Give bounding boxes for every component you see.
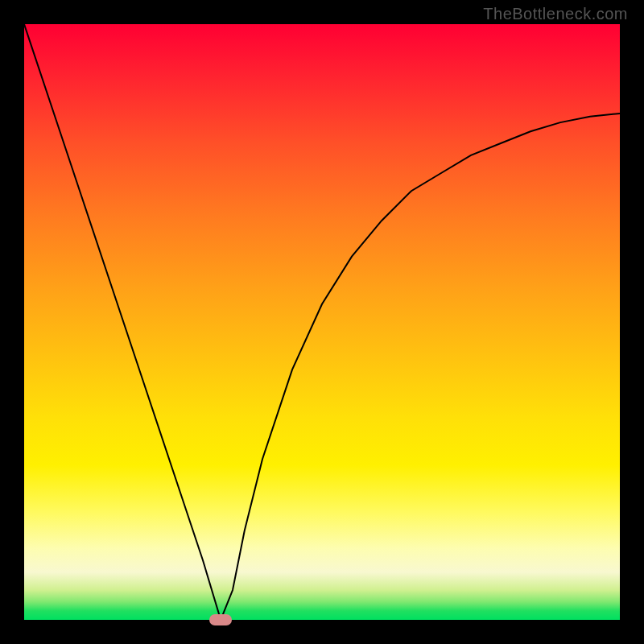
watermark-text: TheBottleneck.com [483,5,628,23]
bottleneck-curve [24,24,620,620]
optimal-point-marker [209,614,232,625]
chart-plot-area [24,24,620,620]
